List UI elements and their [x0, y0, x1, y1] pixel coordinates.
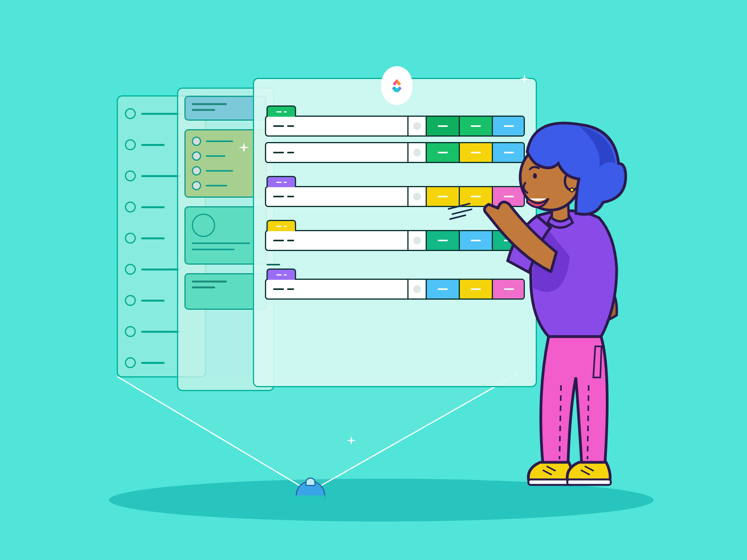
section-tab[interactable]	[267, 269, 296, 280]
sparkle-icon	[519, 74, 530, 84]
sparkle-icon	[238, 142, 249, 153]
svg-rect-9	[567, 479, 611, 485]
status-cell[interactable]	[426, 117, 459, 135]
section-label	[267, 264, 280, 265]
assignee-avatar[interactable]	[407, 187, 426, 206]
person-illustration	[471, 121, 634, 506]
task-name	[266, 117, 407, 135]
svg-point-14	[570, 188, 574, 192]
projector-device	[296, 481, 323, 504]
illustration-stage	[0, 0, 747, 560]
assignee-avatar[interactable]	[407, 117, 426, 135]
sparkle-icon	[347, 436, 356, 445]
assignee-avatar[interactable]	[407, 231, 426, 250]
section-tab[interactable]	[267, 220, 296, 231]
section-tab[interactable]	[267, 176, 296, 187]
status-cell[interactable]	[426, 280, 459, 298]
assignee-avatar[interactable]	[407, 280, 426, 298]
svg-point-15	[533, 173, 537, 179]
status-cell[interactable]	[426, 231, 459, 250]
status-cell[interactable]	[426, 143, 459, 162]
clickup-logo-icon	[381, 66, 412, 105]
shoe	[567, 462, 611, 485]
svg-marker-2	[117, 374, 518, 491]
assignee-avatar[interactable]	[407, 143, 426, 162]
section-tab[interactable]	[267, 105, 296, 117]
